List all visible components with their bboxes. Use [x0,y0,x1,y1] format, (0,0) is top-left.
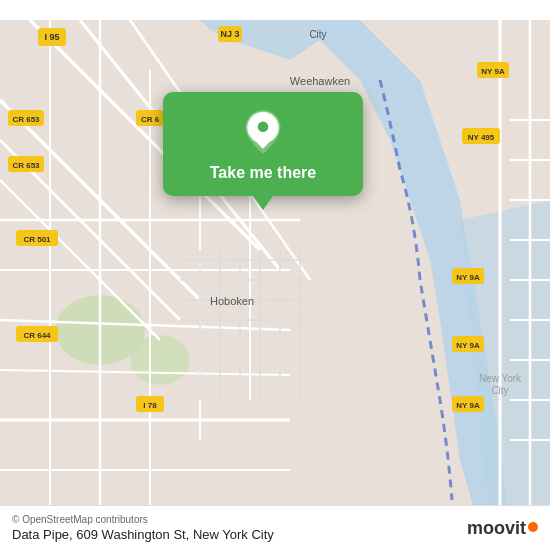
map-container: I 95 NJ 3 CR 653 CR 653 CR 6 NY 9A NY 49… [0,0,550,550]
svg-text:NY 9A: NY 9A [456,401,480,410]
popup-card[interactable]: Take me there [163,92,363,196]
svg-text:I 78: I 78 [143,401,157,410]
svg-text:CR 501: CR 501 [23,235,51,244]
svg-text:CR 644: CR 644 [23,331,51,340]
brand-name: moovit [467,518,526,539]
svg-point-76 [258,121,269,132]
svg-text:NY 495: NY 495 [468,133,495,142]
moovit-dot-icon [528,522,538,532]
svg-text:I 95: I 95 [44,32,59,42]
svg-text:CR 653: CR 653 [12,115,40,124]
svg-text:New York: New York [479,373,522,384]
popup-label: Take me there [210,164,316,182]
svg-text:City: City [491,385,508,396]
svg-text:City: City [309,29,326,40]
svg-text:NJ 3: NJ 3 [220,29,239,39]
svg-text:Weehawken: Weehawken [290,75,350,87]
svg-text:CR 653: CR 653 [12,161,40,170]
map-background: I 95 NJ 3 CR 653 CR 653 CR 6 NY 9A NY 49… [0,0,550,550]
map-attribution: © OpenStreetMap contributors [12,514,274,525]
svg-text:NY 9A: NY 9A [456,341,480,350]
location-address: Data Pipe, 609 Washington St, New York C… [12,527,274,542]
bottom-info: © OpenStreetMap contributors Data Pipe, … [12,514,274,542]
svg-text:Hoboken: Hoboken [210,295,254,307]
location-pin-icon [241,110,285,154]
bottom-bar: © OpenStreetMap contributors Data Pipe, … [0,505,550,550]
svg-text:CR 6: CR 6 [141,115,160,124]
moovit-logo: moovit [467,518,538,539]
svg-point-5 [130,335,190,385]
svg-text:NY 9A: NY 9A [481,67,505,76]
svg-text:NY 9A: NY 9A [456,273,480,282]
